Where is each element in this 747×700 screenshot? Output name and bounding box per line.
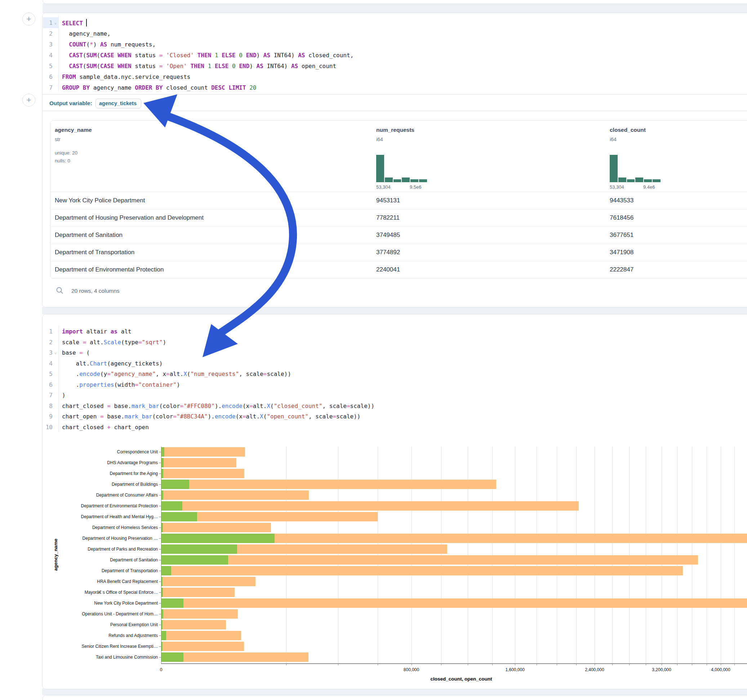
code-token: ELSE — [222, 52, 236, 59]
code-line[interactable]: ) — [62, 392, 66, 398]
code-token — [236, 52, 239, 59]
code-line[interactable]: GROUP BY agency_name ORDER BY closed_cou… — [62, 84, 256, 91]
code-token: DESC — [211, 84, 225, 91]
search-icon[interactable] — [56, 287, 64, 294]
open-count-bar — [162, 545, 237, 554]
previous-cell-edge[interactable] — [42, 0, 747, 4]
closed-count-bar — [162, 447, 245, 457]
code-token — [114, 52, 118, 59]
x-axis-tick-label: 800,000 — [404, 667, 419, 672]
code-token: chart_closed — [62, 403, 107, 409]
table-row[interactable]: Department of Housing Preservation and D… — [50, 209, 747, 227]
histogram-bin — [385, 178, 393, 182]
code-token: CAST — [69, 52, 83, 59]
code-token: = — [333, 413, 336, 420]
y-axis-label: Department for the Aging — [36, 471, 158, 476]
next-cell-edge[interactable] — [42, 695, 747, 700]
code-token: = — [159, 63, 163, 69]
code-token: 1 — [215, 52, 218, 59]
add-cell-button-top[interactable]: + — [22, 13, 35, 26]
y-axis-label: Department of Environmental Protection — [36, 503, 158, 508]
code-token: mark_bar — [132, 403, 159, 409]
code-token: ( — [83, 52, 86, 59]
code-token: . — [62, 371, 79, 377]
table-cell: 3677651 — [610, 232, 634, 239]
code-line[interactable]: chart_closed + chart_open — [62, 424, 149, 431]
closed-count-bar — [162, 458, 236, 468]
code-token: X — [267, 403, 270, 409]
code-token — [211, 52, 215, 59]
code-line[interactable]: .encode(y="agency_name", x=alt.X("num_re… — [62, 371, 291, 377]
add-cell-button-bottom[interactable]: + — [22, 94, 35, 107]
code-token: altair — [83, 328, 110, 335]
code-token — [62, 41, 69, 48]
x-axis-tick-label: 0 — [160, 667, 163, 672]
chart-gridline — [707, 447, 707, 663]
code-token: , scale — [308, 413, 333, 420]
code-line[interactable]: SELECT — [62, 19, 87, 27]
code-token: agency_name — [90, 84, 135, 91]
code-token: alt — [118, 328, 132, 335]
fold-chevron-icon[interactable]: ˅ — [53, 352, 58, 355]
code-line[interactable]: CAST(SUM(CASE WHEN status = 'Open' THEN … — [62, 63, 336, 69]
histogram-bin — [410, 180, 418, 182]
column-name[interactable]: agency_name — [55, 127, 92, 133]
table-cell: 9453131 — [376, 197, 400, 204]
code-line[interactable]: CAST(SUM(CASE WHEN status = 'Closed' THE… — [62, 52, 354, 59]
code-line[interactable]: agency_name, — [62, 30, 110, 37]
code-token: ( — [86, 41, 90, 48]
chart-gridline — [557, 447, 557, 663]
code-token: encode — [222, 403, 242, 409]
code-line[interactable]: base = ( — [62, 349, 90, 356]
open-count-bar — [162, 458, 163, 468]
code-token: ). — [208, 413, 215, 420]
column-name[interactable]: closed_count — [610, 127, 646, 133]
code-token: ( — [263, 413, 267, 420]
y-axis-label: Operations Unit - Department of Hom… — [36, 611, 158, 617]
code-line[interactable]: .properties(width="container") — [62, 381, 180, 388]
code-line[interactable]: chart_open = base.mark_bar(color="#8BC34… — [62, 413, 361, 420]
table-row[interactable]: New York City Police Department945313194… — [50, 192, 747, 210]
chart-gridline — [537, 447, 537, 663]
code-token: 0 — [239, 52, 242, 59]
closed-count-bar — [162, 631, 241, 640]
code-token: ELSE — [215, 63, 229, 69]
code-token: alt. — [86, 339, 103, 345]
code-line[interactable]: chart_closed = base.mark_bar(color="#FFC… — [62, 403, 374, 409]
code-token: (color — [159, 403, 180, 409]
code-token: AS — [257, 63, 263, 69]
table-cell: 2222847 — [610, 266, 634, 273]
histogram-bin — [653, 180, 661, 182]
code-token: = — [107, 403, 110, 409]
code-token: 0 — [232, 63, 236, 69]
column-histogram — [610, 155, 661, 182]
code-line[interactable]: alt.Chart(agency_tickets) — [62, 360, 163, 367]
code-token: 'Open' — [166, 63, 187, 69]
code-line[interactable]: COUNT(*) AS num_requests, — [62, 41, 156, 48]
code-line[interactable]: FROM sample_data.nyc.service_requests — [62, 74, 190, 80]
code-token: scale)) — [350, 403, 374, 409]
output-variable-chip[interactable]: agency_tickets — [95, 99, 141, 109]
table-row[interactable]: Department of Transportation377489234719… — [50, 244, 747, 261]
code-token: (x — [242, 403, 250, 409]
x-axis-tick-label: 1,600,000 — [505, 667, 525, 672]
y-axis-label: DHS Advantage Programs — [36, 460, 158, 465]
sql-gutter-divider — [58, 15, 59, 92]
code-token: ) — [177, 381, 180, 388]
sql-cell-divider — [42, 94, 747, 95]
code-token — [225, 84, 229, 91]
table-row[interactable]: Department of Environmental Protection22… — [50, 261, 747, 278]
line-number-text: 1 — [37, 20, 53, 26]
code-line[interactable]: import altair as alt — [62, 328, 132, 335]
fold-chevron-icon[interactable]: ˅ — [53, 22, 58, 26]
table-row[interactable]: Department of Sanitation37494853677651 — [50, 226, 747, 244]
code-token: = — [107, 371, 110, 377]
chart-gridline — [286, 447, 286, 663]
table-cell: 3749485 — [376, 232, 400, 239]
code-token — [204, 63, 208, 69]
code-line[interactable]: scale = alt.Scale(type="sqrt") — [62, 339, 166, 345]
code-token: "sqrt" — [142, 339, 163, 345]
line-number: 5 — [36, 63, 58, 69]
column-name[interactable]: num_requests — [376, 127, 414, 133]
code-token: AS — [100, 41, 107, 48]
